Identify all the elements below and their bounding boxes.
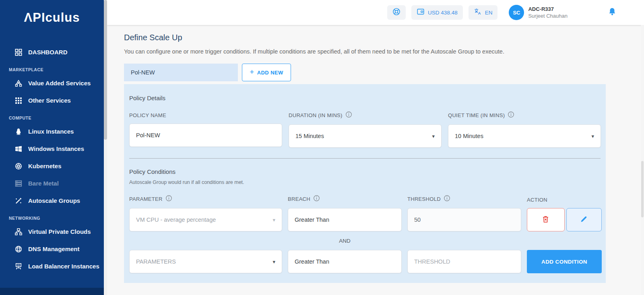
threshold-label: THRESHOLD — [407, 195, 521, 203]
info-icon[interactable] — [345, 111, 352, 119]
sidebar-item-kubernetes[interactable]: Kubernetes — [0, 157, 104, 175]
sidebar-item-label: Virtual Private Clouds — [28, 228, 91, 235]
page-scrollbar[interactable] — [641, 25, 644, 295]
quiet-time-value: 10 Minutes — [455, 133, 483, 139]
svg-text:A: A — [478, 11, 481, 15]
breach-value: Greater Than — [295, 217, 329, 223]
sidebar: ΛPIculus DASHBOARD MARKETPLACE Value Add… — [0, 0, 104, 295]
sidebar-section-networking: NETWORKING — [0, 216, 104, 221]
sidebar-item-label: Other Services — [28, 97, 71, 104]
account-id: ADC-R337 — [528, 6, 568, 12]
trash-icon — [542, 215, 549, 225]
quiet-time-select[interactable]: 10 Minutes ▾ — [448, 124, 601, 148]
info-icon[interactable] — [508, 111, 514, 119]
sidebar-scrollbar[interactable] — [104, 0, 107, 295]
threshold-input[interactable] — [407, 208, 521, 231]
bell-icon — [608, 10, 617, 17]
help-button[interactable] — [387, 5, 406, 20]
app-logo: ΛPIculus — [0, 10, 104, 25]
policy-conditions-note: Autoscale Group would run if all conditi… — [129, 179, 601, 185]
sidebar-section-compute: COMPUTE — [0, 116, 104, 120]
tab-pol-new[interactable]: Pol-NEW — [124, 64, 238, 81]
action-label: ACTION — [527, 197, 602, 203]
kubernetes-icon — [14, 162, 22, 170]
parameter-value: VM CPU - average percentage — [136, 217, 216, 223]
sidebar-item-label: Linux Instances — [28, 128, 74, 135]
linux-icon — [14, 128, 22, 135]
threshold-input-2[interactable] — [407, 250, 521, 273]
chevron-down-icon: ▾ — [272, 259, 275, 265]
autoscale-groups-icon — [14, 197, 22, 204]
policy-conditions-heading: Policy Conditions — [129, 168, 601, 175]
policy-name-input[interactable] — [129, 124, 282, 147]
sidebar-item-label: Bare Metal — [28, 180, 59, 187]
duration-value: 15 Minutes — [295, 133, 324, 139]
info-icon[interactable] — [165, 195, 172, 203]
breach-label: BREACH — [288, 195, 402, 203]
delete-condition-button[interactable] — [527, 208, 565, 231]
main-content: Define Scale Up You can configure one or… — [107, 25, 644, 295]
policy-name-label: POLICY NAME — [129, 112, 282, 118]
chevron-down-icon: ▾ — [591, 133, 594, 139]
breach-value-box-2[interactable]: Greater Than — [288, 250, 402, 273]
language-label: EN — [485, 10, 493, 16]
add-condition-button[interactable]: ADD CONDITION — [527, 250, 602, 273]
info-icon[interactable] — [444, 195, 450, 203]
sidebar-item-windows-instances[interactable]: Windows Instances — [0, 140, 104, 157]
language-button[interactable]: A EN — [469, 5, 498, 20]
parameter-select[interactable]: VM CPU - average percentage ▾ — [129, 208, 282, 231]
sidebar-item-label: Windows Instances — [28, 145, 84, 152]
section-divider — [129, 158, 601, 159]
sidebar-item-value-added-services[interactable]: Value Added Services — [0, 74, 104, 92]
parameters-select[interactable]: PARAMETERS ▾ — [129, 250, 282, 273]
sidebar-item-label: Load Balancer Instances — [28, 263, 99, 270]
action-buttons — [527, 208, 602, 231]
virtual-private-clouds-icon — [14, 228, 22, 235]
sidebar-item-load-balancer-instances[interactable]: Load Balancer Instances — [0, 258, 104, 275]
sidebar-item-linux-instances[interactable]: Linux Instances — [0, 123, 104, 140]
dns-globe-icon — [14, 245, 22, 253]
breach-value: Greater Than — [295, 258, 329, 265]
policy-panel: Policy Details POLICY NAME DURATION (IN … — [124, 84, 606, 283]
wallet-balance-button[interactable]: USD 438.48 — [411, 5, 463, 20]
pencil-icon — [580, 215, 588, 225]
sidebar-item-label: Kubernetes — [28, 163, 62, 169]
chevron-down-icon: ▾ — [432, 133, 435, 139]
sidebar-scrollbar-thumb[interactable] — [104, 0, 107, 140]
plus-icon: + — [250, 68, 254, 76]
avatar: SC — [509, 5, 524, 20]
user-info: ADC-R337 Surjeet Chauhan — [528, 6, 568, 19]
sidebar-nav: DASHBOARD MARKETPLACE Value Added Servic… — [0, 43, 104, 275]
parameter-label: PARAMETER — [129, 195, 282, 203]
sidebar-item-dns-management[interactable]: DNS Management — [0, 240, 104, 258]
parameters-placeholder: PARAMETERS — [136, 258, 176, 265]
sidebar-item-dashboard[interactable]: DASHBOARD — [0, 43, 104, 61]
wallet-balance-label: USD 438.48 — [428, 10, 458, 16]
sidebar-item-virtual-private-clouds[interactable]: Virtual Private Clouds — [0, 223, 104, 240]
sidebar-item-label: Autoscale Groups — [28, 197, 80, 204]
sidebar-item-autoscale-groups[interactable]: Autoscale Groups — [0, 192, 104, 209]
sidebar-item-bare-metal[interactable]: Bare Metal — [0, 175, 104, 192]
sidebar-section-marketplace: MARKETPLACE — [0, 67, 104, 72]
user-name: Surjeet Chauhan — [528, 13, 568, 19]
user-menu[interactable]: SC ADC-R337 Surjeet Chauhan — [509, 5, 568, 20]
sidebar-item-other-services[interactable]: Other Services — [0, 92, 104, 109]
sidebar-item-label: DASHBOARD — [28, 49, 68, 56]
topbar: USD 438.48 A EN SC ADC-R337 Surjeet Chau… — [107, 0, 644, 25]
sidebar-item-label: Value Added Services — [28, 80, 91, 87]
other-services-icon — [14, 97, 22, 104]
info-icon[interactable] — [313, 195, 320, 203]
dashboard-icon — [14, 48, 22, 56]
duration-label: DURATION (IN MINS) — [289, 111, 442, 119]
notifications-button[interactable] — [608, 7, 617, 18]
duration-select[interactable]: 15 Minutes ▾ — [289, 124, 442, 148]
policy-tabs: Pol-NEW + ADD NEW — [124, 64, 644, 81]
add-new-button[interactable]: + ADD NEW — [242, 64, 291, 81]
page-scrollbar-thumb[interactable] — [641, 161, 644, 217]
breach-value-box[interactable]: Greater Than — [288, 208, 402, 231]
page-title: Define Scale Up — [124, 33, 644, 42]
sidebar-item-label: DNS Management — [28, 245, 80, 252]
bare-metal-icon — [14, 179, 22, 187]
edit-condition-button[interactable] — [566, 208, 602, 231]
chevron-down-icon: ▾ — [272, 217, 275, 223]
